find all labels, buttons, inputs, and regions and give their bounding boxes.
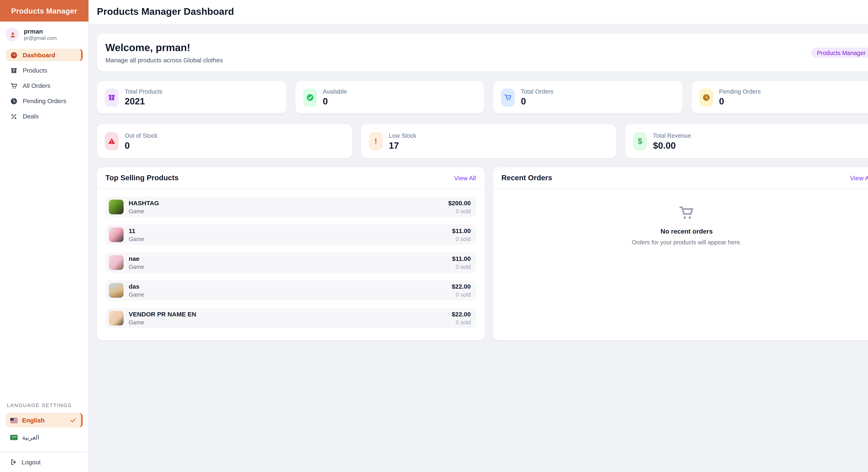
stat-value: $0.00: [653, 140, 691, 151]
product-name: 11: [129, 227, 144, 234]
product-thumbnail: [109, 283, 124, 298]
product-thumbnail: [109, 255, 124, 270]
check-icon: [70, 417, 76, 423]
stat-value: 0: [125, 140, 157, 151]
product-row[interactable]: das Game $22.00 0 sold: [105, 280, 476, 301]
stat-card-low-stock: ! Low Stock 17: [361, 124, 616, 158]
cart-icon: [10, 82, 18, 89]
stat-value: 0: [719, 96, 761, 107]
empty-state-title: No recent orders: [660, 228, 713, 235]
sidebar-item-pending-orders[interactable]: Pending Orders: [6, 95, 83, 107]
welcome-title: Welcome, prman!: [105, 42, 223, 54]
product-name: das: [129, 283, 144, 290]
panels-row: Top Selling Products View All HASHTAG Ga…: [97, 167, 868, 340]
sidebar-item-label: Products: [23, 67, 48, 74]
box-icon: [107, 93, 116, 101]
sidebar-item-label: Deals: [23, 113, 39, 120]
saudi-flag-icon: [10, 435, 18, 440]
avatar: [6, 28, 19, 41]
recent-orders-panel: Recent Orders View All No recent orders …: [493, 167, 868, 340]
check-circle-icon: [306, 93, 314, 101]
panel-title: Top Selling Products: [105, 174, 179, 182]
recent-orders-header: Recent Orders View All: [493, 167, 868, 189]
sidebar-item-deals[interactable]: Deals: [6, 110, 83, 123]
sidebar-item-products[interactable]: Products: [6, 64, 83, 77]
stat-label: Out of Stock: [125, 132, 157, 139]
stats-row-1: Total Products 2021 Available 0: [97, 81, 868, 113]
box-icon: [10, 67, 18, 74]
user-profile: prman pr@gmail.com: [0, 22, 88, 47]
clock-icon: [702, 93, 710, 101]
product-price: $22.00: [452, 311, 471, 318]
stat-label: Total Products: [125, 88, 162, 95]
logout-label: Logout: [22, 459, 41, 466]
product-sold-count: 0 sold: [452, 291, 471, 298]
us-flag-icon: [10, 418, 18, 423]
top-selling-view-all-link[interactable]: View All: [454, 174, 476, 181]
product-category: Game: [129, 291, 144, 298]
stat-label: Total Orders: [521, 88, 553, 95]
top-bar: Products Manager Dashboard: [89, 0, 868, 24]
product-thumbnail: [109, 200, 124, 214]
sidebar-nav: Dashboard Products All Orders: [0, 47, 88, 123]
product-price: $11.00: [452, 227, 471, 234]
stat-value: 0: [521, 96, 553, 107]
sidebar-item-label: Dashboard: [23, 52, 55, 59]
clock-icon: [10, 97, 18, 105]
language-option-english[interactable]: English: [6, 413, 83, 427]
top-selling-header: Top Selling Products View All: [97, 167, 484, 189]
stats-row-2: Out of Stock 0 ! Low Stock 17 $: [97, 124, 868, 158]
product-sold-count: 0 sold: [452, 236, 471, 242]
language-settings: LANGUAGE SETTINGS English العربية: [0, 403, 88, 447]
product-category: Game: [129, 264, 144, 270]
user-name: prman: [24, 28, 57, 35]
stat-card-available: Available 0: [295, 81, 484, 113]
stat-card-total-orders: Total Orders 0: [493, 81, 682, 113]
product-row[interactable]: nae Game $11.00 0 sold: [105, 252, 476, 273]
stat-label: Available: [323, 88, 347, 95]
sidebar-item-dashboard[interactable]: Dashboard: [6, 49, 83, 61]
product-row[interactable]: VENDOR PR NAME EN Game $22.00 0 sold: [105, 308, 476, 328]
recent-orders-view-all-link[interactable]: View All: [850, 174, 868, 181]
stat-value: 17: [389, 140, 416, 151]
stat-value: 2021: [125, 96, 162, 107]
product-category: Game: [129, 319, 196, 325]
product-name: HASHTAG: [129, 200, 159, 206]
sidebar: Products Manager prman pr@gmail.com: [0, 0, 89, 472]
app-root: Products Manager prman pr@gmail.com: [0, 0, 868, 472]
person-icon: [9, 31, 16, 38]
product-category: Game: [129, 208, 159, 214]
dashboard-content: Welcome, prman! Manage all products acro…: [89, 24, 868, 340]
product-category: Game: [129, 236, 144, 242]
product-row[interactable]: HASHTAG Game $200.00 0 sold: [105, 197, 476, 217]
language-settings-label: LANGUAGE SETTINGS: [7, 403, 83, 408]
product-name: nae: [129, 255, 144, 262]
product-sold-count: 0 sold: [448, 208, 471, 214]
stat-label: Low Stock: [389, 132, 416, 139]
percent-icon: [10, 113, 18, 120]
sidebar-item-all-orders[interactable]: All Orders: [6, 80, 83, 92]
top-selling-panel: Top Selling Products View All HASHTAG Ga…: [97, 167, 484, 340]
role-badge: Products Manager: [811, 48, 868, 58]
stat-card-total-products: Total Products 2021: [97, 81, 286, 113]
panel-title: Recent Orders: [501, 174, 552, 182]
product-sold-count: 0 sold: [452, 264, 471, 270]
language-option-label: العربية: [22, 434, 39, 441]
product-row[interactable]: 11 Game $11.00 0 sold: [105, 225, 476, 245]
recent-orders-empty-state: No recent orders Orders for your product…: [493, 189, 868, 245]
brand-title: Products Manager: [0, 0, 88, 22]
top-selling-list: HASHTAG Game $200.00 0 sold 11: [97, 189, 484, 328]
sidebar-spacer: [0, 123, 88, 403]
stat-label: Total Revenue: [653, 132, 691, 139]
product-sold-count: 0 sold: [452, 319, 471, 325]
language-option-label: English: [22, 417, 44, 423]
logout-icon: [10, 459, 17, 466]
sidebar-item-label: Pending Orders: [23, 98, 66, 105]
stat-card-out-of-stock: Out of Stock 0: [97, 124, 352, 158]
cart-icon: [678, 205, 695, 220]
logout-button[interactable]: Logout: [0, 452, 88, 472]
gauge-icon: [10, 52, 18, 59]
warning-icon: [107, 137, 116, 145]
sidebar-item-label: All Orders: [23, 83, 51, 89]
language-option-arabic[interactable]: العربية: [6, 430, 83, 445]
